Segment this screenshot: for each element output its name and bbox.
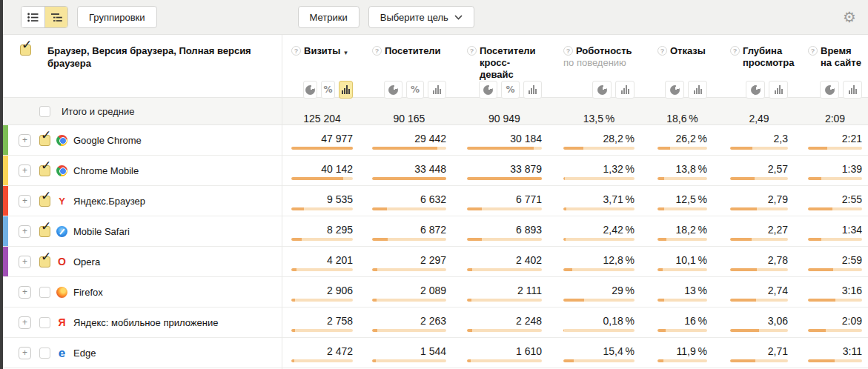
- help-icon[interactable]: ?: [657, 46, 667, 56]
- metric-value-cell: 29 442: [356, 125, 449, 155]
- groupings-button[interactable]: Группировки: [77, 6, 157, 28]
- row-checkbox[interactable]: [39, 317, 50, 328]
- column-title[interactable]: Время на сайте: [821, 45, 862, 69]
- pie-view-button[interactable]: [303, 81, 317, 99]
- column-title[interactable]: Посетители: [385, 45, 441, 57]
- metric-value: 1:39: [842, 163, 862, 175]
- value-bar: [730, 268, 788, 271]
- settings-gear-icon[interactable]: ⚙: [843, 10, 856, 24]
- totals-value-cell: 2:09: [791, 98, 868, 124]
- metric-value-cell: 29 %: [545, 277, 637, 307]
- metric-value: 18,2 %: [676, 224, 708, 236]
- bars-view-button[interactable]: [615, 81, 635, 99]
- bars-view-button[interactable]: [843, 81, 862, 99]
- column-title[interactable]: Посетители кросс-девайс: [480, 45, 542, 81]
- metric-value: 2 089: [420, 285, 446, 296]
- bar-chart-icon: [775, 85, 783, 94]
- display-mode-switcher: %: [479, 81, 542, 99]
- metric-value: 2:21: [842, 133, 862, 144]
- pie-view-button[interactable]: [592, 81, 612, 99]
- expand-row-button[interactable]: +: [19, 316, 31, 329]
- yandex-browser-icon: Y: [56, 196, 67, 207]
- chrome-icon: [56, 165, 67, 176]
- metric-value: 15,4 %: [603, 345, 635, 357]
- metric-value-cell: 13 %: [637, 277, 710, 307]
- metric-value-cell: 1 544: [356, 338, 449, 368]
- expand-row-button[interactable]: +: [19, 225, 31, 238]
- percent-view-button[interactable]: %: [321, 81, 335, 99]
- bars-view-button[interactable]: [688, 81, 707, 99]
- row-checkbox[interactable]: ✓: [39, 165, 50, 176]
- metric-value: 29 442: [414, 133, 446, 144]
- table-row: +✓YЯндекс.Браузер9 5356 6326 7713,71 %12…: [0, 186, 868, 216]
- metrics-button[interactable]: Метрики: [298, 6, 360, 28]
- display-mode-switcher: [657, 81, 707, 99]
- percent-view-button[interactable]: %: [406, 81, 425, 99]
- metric-value: 2:55: [842, 193, 862, 205]
- expand-row-button[interactable]: +: [19, 164, 31, 177]
- row-checkbox[interactable]: ✓: [39, 256, 50, 267]
- column-title[interactable]: Глубина просмотра: [743, 45, 794, 69]
- table-row: +eEdge2 4721 5441 61015,4 %11,9 %2,713:1…: [0, 338, 868, 368]
- dimension-checkbox[interactable]: ✓: [20, 44, 31, 56]
- pie-view-button[interactable]: [479, 81, 497, 99]
- expand-row-button[interactable]: +: [19, 134, 31, 147]
- percent-icon: %: [506, 84, 514, 95]
- value-bar: [372, 147, 446, 150]
- row-checkbox[interactable]: ✓: [39, 135, 50, 146]
- bars-view-button[interactable]: [523, 81, 542, 99]
- column-title[interactable]: Визиты: [304, 45, 340, 57]
- row-checkbox[interactable]: ✓: [39, 196, 50, 207]
- metric-value: 2 263: [420, 315, 446, 327]
- tree-view-button[interactable]: [44, 7, 67, 27]
- firefox-icon: [56, 287, 67, 298]
- flat-view-button[interactable]: [21, 7, 44, 27]
- bars-view-button[interactable]: [339, 81, 353, 99]
- help-icon[interactable]: ?: [730, 46, 740, 56]
- help-icon[interactable]: ?: [291, 46, 301, 56]
- metric-value: 2 111: [517, 285, 542, 296]
- expand-row-button[interactable]: +: [19, 347, 31, 359]
- value-bar: [467, 177, 542, 180]
- expand-row-button[interactable]: +: [19, 286, 31, 299]
- metric-value-cell: 26,2 %: [637, 125, 710, 155]
- value-bar: [372, 207, 446, 210]
- totals-value: 90 165: [394, 113, 425, 124]
- expand-row-button[interactable]: +: [19, 195, 31, 207]
- column-title[interactable]: Отказы: [670, 45, 706, 57]
- help-icon[interactable]: ?: [563, 46, 573, 56]
- row-checkbox[interactable]: ✓: [39, 226, 50, 237]
- help-icon[interactable]: ?: [808, 46, 818, 56]
- column-header: ?Посетители%: [356, 35, 449, 104]
- bars-view-button[interactable]: [769, 81, 788, 99]
- column-title[interactable]: Роботность: [576, 45, 632, 57]
- metric-value-cell: 2:59: [791, 247, 868, 276]
- metric-value-cell: 2:09: [791, 308, 868, 337]
- help-icon[interactable]: ?: [467, 46, 477, 56]
- column-subtitle: по поведению: [563, 57, 635, 69]
- help-icon[interactable]: ?: [372, 46, 382, 56]
- value-bar: [372, 177, 446, 180]
- browser-name: Chrome Mobile: [73, 165, 139, 176]
- totals-value-cell: 90 165: [356, 98, 449, 124]
- value-bar: [563, 207, 635, 210]
- row-checkbox[interactable]: [39, 348, 50, 359]
- pie-view-button[interactable]: [746, 81, 765, 99]
- bar-chart-icon: [621, 85, 629, 94]
- metric-value: 2 248: [516, 315, 542, 327]
- pie-view-button[interactable]: [665, 81, 684, 99]
- pie-view-button[interactable]: [384, 81, 402, 99]
- left-panel-edge: [0, 0, 3, 369]
- row-checkbox[interactable]: [39, 287, 50, 298]
- metric-value-cell: 8 295: [282, 216, 356, 246]
- percent-view-button[interactable]: %: [501, 81, 520, 99]
- totals-value-cell: 13,5 %: [545, 98, 637, 124]
- metric-value-cell: 33 879: [449, 156, 545, 185]
- pie-view-button[interactable]: [820, 81, 839, 99]
- totals-checkbox[interactable]: [39, 106, 50, 117]
- list-icon: [27, 13, 39, 22]
- goal-select-button[interactable]: Выберите цель: [368, 6, 474, 28]
- expand-row-button[interactable]: +: [19, 256, 31, 268]
- bars-view-button[interactable]: [428, 81, 446, 99]
- sort-desc-icon[interactable]: ▾: [344, 47, 348, 59]
